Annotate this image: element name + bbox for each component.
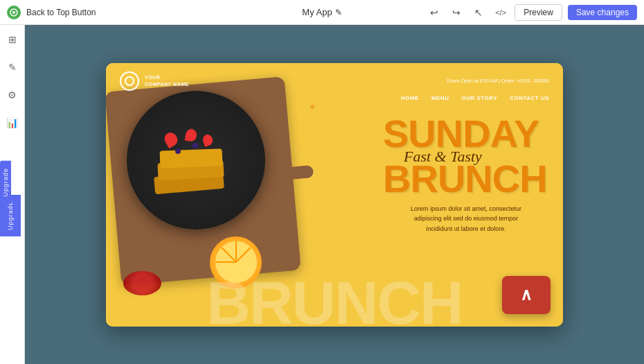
back-to-top-arrow-icon: ∧	[520, 285, 533, 304]
site-contact-info: Doors Open at 8:00 AM | Order: +0192- 32…	[447, 78, 549, 83]
site-logo: YOUR COMPANY NAME	[120, 71, 189, 91]
nav-contact-us[interactable]: CONTACT US	[510, 95, 549, 101]
code-button[interactable]: </>	[492, 4, 509, 21]
nav-our-story[interactable]: OUR STORY	[462, 95, 498, 101]
svg-point-1	[12, 11, 15, 14]
orange-seg-d2	[221, 247, 237, 263]
orange-segment-v	[235, 241, 237, 262]
back-to-top-button[interactable]: ∧	[502, 276, 551, 314]
site-top-bar: YOUR COMPANY NAME Doors Open at 8:00 AM …	[120, 71, 549, 91]
food-plate	[127, 91, 265, 229]
blueberry-2	[193, 143, 198, 148]
hero-sunday-text: SUNDAY	[383, 115, 549, 152]
blueberry-1	[175, 148, 181, 154]
sidebar-analytics-icon[interactable]: 📊	[5, 115, 20, 130]
company-name-line1: YOUR	[145, 75, 160, 80]
site-header: YOUR COMPANY NAME Doors Open at 8:00 AM …	[106, 63, 563, 107]
logo-circle	[120, 71, 139, 91]
strawberry-2	[185, 128, 198, 142]
preview-button[interactable]: Preview	[515, 4, 562, 21]
hero-content: SUNDAY Fast & Tasty BRUNCH Lorem ipsum d…	[383, 115, 549, 234]
orange-seg-d1	[235, 247, 251, 263]
toolbar-logo	[7, 6, 21, 19]
cursor-button[interactable]: ↖	[470, 4, 487, 21]
hero-description: Lorem ipsum dolor sit amet, consectetura…	[383, 204, 549, 234]
company-name-line2: COMPANY NAME	[145, 82, 189, 87]
canvas-area: BRUNCH YOUR COMPANY NAME Doors Open at 8…	[25, 25, 644, 364]
waffle-stack	[154, 129, 238, 191]
strawberry-3	[202, 133, 215, 147]
nav-home[interactable]: HOME	[401, 95, 419, 101]
site-nav: HOME MENU OUR STORY CONTACT US	[120, 95, 549, 101]
upgrade-tab-fixed[interactable]: Upgrade	[0, 161, 11, 204]
toolbar-app-name-area: My App ✎	[302, 7, 341, 17]
save-button[interactable]: Save changes	[568, 5, 637, 20]
sidebar-grid-icon[interactable]: ⊞	[5, 32, 20, 47]
nav-menu[interactable]: MENU	[431, 95, 449, 101]
orange-segment-h	[215, 261, 236, 263]
sidebar-settings-icon[interactable]: ⚙	[5, 87, 20, 103]
toolbar-page-title: Back to Top Button	[26, 8, 96, 17]
redo-button[interactable]: ↪	[448, 4, 465, 21]
website-preview-card: BRUNCH YOUR COMPANY NAME Doors Open at 8…	[106, 63, 563, 327]
background-brunch-text: BRUNCH	[106, 272, 563, 327]
sidebar-edit-icon[interactable]: ✎	[5, 60, 20, 75]
app-name-label: My App	[302, 7, 332, 17]
cutting-board-handle	[278, 165, 314, 180]
waffle-layer-3	[160, 148, 223, 168]
toolbar: Back to Top Button My App ✎ ↩ ↪ ↖ </> Pr…	[0, 0, 644, 25]
strawberry-1	[162, 130, 180, 148]
logo-inner	[125, 76, 134, 86]
hero-brunch-text: BRUNCH	[383, 160, 549, 197]
logo-text: YOUR COMPANY NAME	[145, 74, 189, 87]
edit-icon[interactable]: ✎	[335, 8, 342, 17]
undo-button[interactable]: ↩	[426, 4, 442, 21]
toolbar-right-actions: ↩ ↪ ↖ </> Preview Save changes	[426, 4, 637, 21]
